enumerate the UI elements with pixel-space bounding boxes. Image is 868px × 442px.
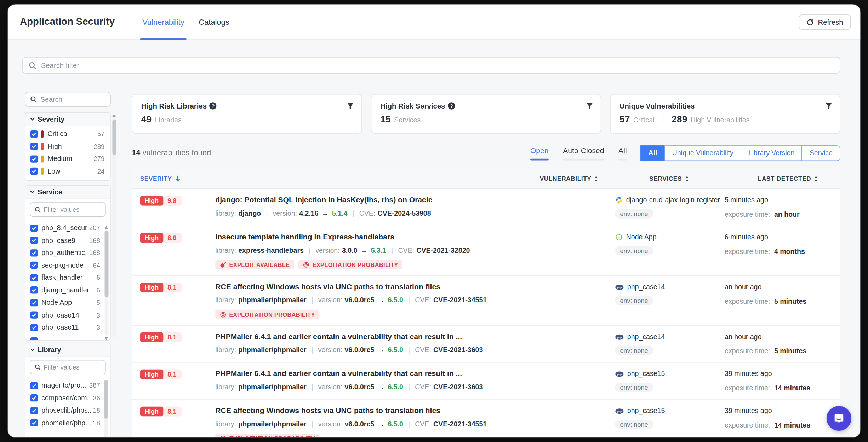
view-mode-button[interactable]: Library Version (741, 145, 802, 161)
header-divider (127, 14, 127, 29)
severity-filter-item[interactable]: Critical 57 (25, 128, 110, 140)
filter-funnel-icon[interactable] (826, 103, 832, 109)
service-link[interactable]: php php_case15 (615, 369, 725, 379)
severity-filter-item[interactable]: High 289 (25, 140, 110, 152)
table-row[interactable]: High8.1 RCE affecting Windows hosts via … (132, 400, 840, 437)
target-icon (303, 261, 310, 268)
checkbox-checked[interactable] (30, 299, 38, 306)
service-link[interactable]: django-crud-ajax-login-register (615, 195, 725, 205)
table-row[interactable]: High8.1 PHPMailer 6.4.1 and earlier cont… (132, 326, 840, 363)
service-list-scrollbar[interactable] (105, 231, 109, 336)
item-count: 207 (89, 224, 100, 232)
checkbox-checked[interactable] (30, 419, 38, 426)
help-icon[interactable]: ? (210, 102, 217, 109)
sidebar-search (25, 92, 110, 107)
service-filter-item[interactable]: flask_handler 6 (25, 272, 110, 284)
checkbox-checked[interactable] (30, 324, 38, 331)
table-row[interactable]: High8.1 PHPMailer 6.4.1 and earlier cont… (132, 363, 840, 400)
checkbox-checked[interactable] (30, 130, 38, 138)
checkbox-checked[interactable] (30, 262, 38, 269)
service-filter-item[interactable]: sec-pkg-node 64 (25, 259, 110, 272)
tab-underline (530, 159, 549, 161)
column-header[interactable]: Severity (140, 175, 540, 182)
refresh-button[interactable]: Refresh (799, 14, 851, 30)
service-link[interactable]: js Node App (615, 232, 725, 242)
service-filter-item[interactable]: php_case11 3 (25, 321, 110, 334)
checkbox-checked[interactable] (30, 249, 38, 256)
status-tab[interactable]: Auto-Closed (563, 146, 604, 160)
severity-filter-item[interactable]: Medium 279 (25, 153, 110, 165)
service-filter-item[interactable]: django_handler 6 (25, 284, 110, 296)
vulnerability-title[interactable]: PHPMailer 6.4.1 and earlier contain a vu… (215, 369, 615, 379)
checkbox-checked[interactable] (30, 168, 38, 175)
severity-score: 8.1 (163, 283, 182, 292)
view-mode-button[interactable]: Unique Vulnerability (664, 145, 741, 161)
service-filter-input[interactable] (44, 206, 102, 214)
service-section-header[interactable]: Service (25, 186, 110, 199)
checkbox-checked[interactable] (30, 225, 38, 232)
severity-color-pill (41, 168, 44, 175)
search-filter-input[interactable] (41, 61, 834, 69)
library-list-scrollbar[interactable] (104, 380, 108, 437)
header-tab[interactable]: Catalogs (192, 5, 236, 40)
checkbox-checked[interactable] (30, 143, 38, 150)
sort-desc-icon (175, 175, 181, 182)
target-icon (220, 435, 227, 437)
vulnerability-title[interactable]: PHPMailer 6.4.1 and earlier contain a vu… (215, 332, 615, 342)
library-section-header[interactable]: Library (25, 343, 110, 357)
vulnerability-title[interactable]: RCE affecting Windows hosts via UNC path… (215, 406, 615, 416)
sidebar-scrollbar[interactable] (112, 118, 116, 337)
column-header[interactable]: Last detected (758, 175, 818, 182)
severity-section-header[interactable]: Severity (25, 113, 110, 126)
vulnerability-title[interactable]: RCE affecting Windows hosts via UNC path… (215, 282, 615, 292)
vulnerability-flag-badge: EXPLOITATION PROBABILITY (298, 260, 402, 269)
filter-funnel-icon[interactable] (586, 103, 593, 109)
checkbox-checked[interactable] (30, 286, 38, 293)
library-filter-item[interactable]: phpmailer/php... 18 (25, 417, 110, 429)
status-tab[interactable]: Open (530, 146, 549, 160)
checkbox-checked[interactable] (30, 394, 38, 401)
status-tab[interactable]: All (618, 146, 627, 160)
sidebar-search-input[interactable] (40, 95, 106, 103)
service-filter-item[interactable]: php_case9 168 (25, 234, 110, 246)
view-mode-button[interactable]: All (641, 145, 665, 161)
service-filter-item[interactable]: php_case14 3 (25, 309, 110, 321)
checkbox-checked[interactable] (30, 407, 38, 414)
table-row[interactable]: High9.8 django: Potential SQL injection … (132, 189, 840, 226)
view-mode-buttons: All Unique Vulnerability Library Version… (641, 145, 840, 161)
checkbox-checked[interactable] (30, 382, 38, 389)
checkbox-checked[interactable] (30, 312, 38, 319)
service-link[interactable]: php php_case14 (615, 332, 725, 342)
vulnerability-title[interactable]: django: Potential SQL injection in HasKe… (215, 195, 615, 205)
service-filter-item[interactable]: Node App 5 (25, 296, 110, 309)
card-stat: 57Critical (619, 114, 655, 125)
view-mode-button[interactable]: Service (802, 145, 840, 161)
header-tab[interactable]: Vulnerability (135, 5, 192, 40)
service-filter-item[interactable]: php_8.4_secur... 207 (25, 222, 110, 234)
cve-id: CVE-2021-32820 (416, 246, 470, 256)
table-row[interactable]: High8.6 Insecure template handling in Ex… (132, 226, 840, 276)
service-link[interactable]: php php_case14 (615, 282, 725, 292)
severity-filter-item[interactable]: Low 24 (25, 165, 110, 178)
filter-funnel-icon[interactable] (347, 103, 354, 109)
library-filter-item[interactable]: magento/pro... 387 (25, 379, 110, 392)
library-filter-item[interactable]: phpseclib/phps... 18 (25, 404, 110, 417)
checkbox-checked[interactable] (30, 274, 38, 281)
severity-score: 8.1 (163, 332, 182, 342)
clipped-list-item (25, 337, 110, 340)
help-icon[interactable]: ? (448, 102, 455, 109)
column-header[interactable]: Vulnerability (540, 175, 650, 182)
service-filter-item[interactable]: php_authentic... 168 (25, 246, 110, 259)
table-row[interactable]: High8.1 RCE affecting Windows hosts via … (132, 276, 840, 326)
checkbox-checked[interactable] (30, 155, 38, 162)
item-count: 36 (93, 394, 100, 402)
chat-widget-button[interactable] (827, 406, 851, 431)
search-icon (34, 206, 41, 213)
column-header[interactable]: Services (649, 175, 758, 182)
vulnerability-title[interactable]: Insecure template handling in Express-ha… (215, 232, 615, 242)
library-filter-item[interactable]: composer/com... 36 (25, 392, 110, 404)
item-count: 5 (97, 299, 100, 307)
service-link[interactable]: php php_case15 (615, 406, 725, 416)
checkbox-checked[interactable] (30, 237, 38, 244)
library-filter-input[interactable] (44, 363, 102, 371)
